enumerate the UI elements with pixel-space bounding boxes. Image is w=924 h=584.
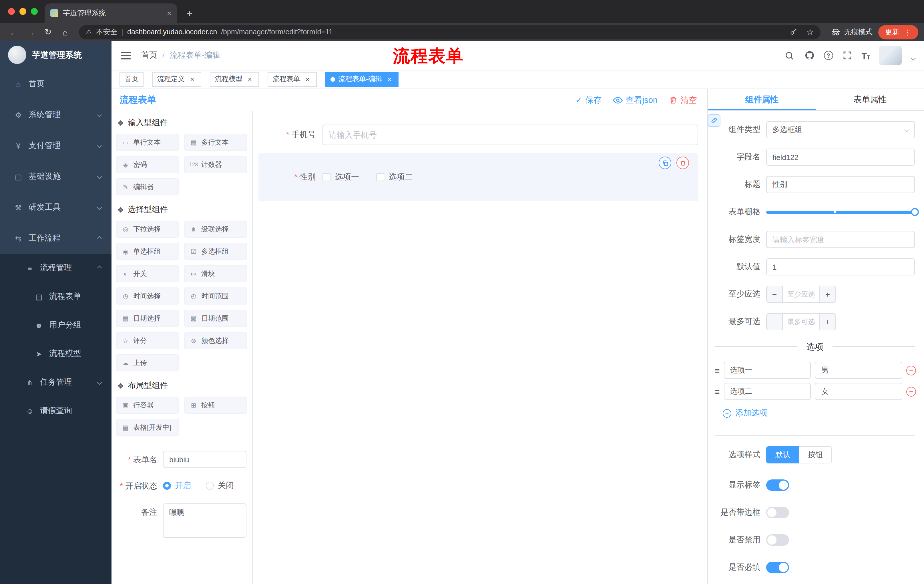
view-json-button[interactable]: 查看json (613, 95, 658, 105)
required-switch[interactable] (766, 562, 789, 573)
browser-tab[interactable]: 芋道管理系统 × (45, 3, 177, 23)
drag-handle-icon[interactable]: ≡ (715, 387, 720, 396)
canvas-field-phone[interactable]: 手机号 (259, 125, 698, 145)
add-option-button[interactable]: + 添加选项 (723, 408, 924, 418)
breadcrumb-home[interactable]: 首页 (141, 50, 157, 61)
phone-input[interactable] (322, 125, 698, 145)
palette-item-color-picker[interactable]: ⊚颜色选择 (184, 332, 247, 349)
reload-button[interactable]: ↻ (40, 27, 56, 37)
title-input[interactable] (766, 176, 915, 193)
palette-item-button[interactable]: ⊞按钮 (184, 396, 247, 414)
sidebar-item-leave-query[interactable]: ☺ 请假查询 (0, 396, 112, 425)
palette-item-select[interactable]: ◎下拉选择 (116, 220, 179, 238)
new-tab-button[interactable]: + (186, 8, 192, 19)
security-label[interactable]: 不安全 (96, 27, 117, 37)
palette-item-single-text[interactable]: ▭单行文本 (116, 134, 179, 151)
sidebar-item-process-model[interactable]: ➤ 流程模型 (0, 339, 112, 368)
link-icon[interactable] (708, 114, 721, 127)
canvas-field-gender[interactable]: 性别 选项一 选项二 (259, 153, 698, 201)
tag-process-form[interactable]: 流程表单 × (267, 72, 317, 87)
help-icon[interactable]: ? (823, 51, 833, 60)
back-button[interactable]: ← (6, 27, 22, 37)
palette-item-date-range[interactable]: ▩日期范围 (184, 310, 247, 327)
palette-item-counter[interactable]: 123计数器 (184, 156, 247, 173)
min-select-stepper[interactable]: − + (766, 286, 836, 303)
palette-item-table[interactable]: ▦表格[开发中] (116, 419, 179, 436)
slider-handle[interactable] (911, 208, 919, 216)
font-size-icon[interactable]: TT (861, 51, 870, 60)
palette-item-rate[interactable]: ☆评分 (116, 332, 179, 349)
user-avatar[interactable] (879, 46, 902, 65)
fullscreen-icon[interactable] (842, 50, 853, 61)
remark-textarea[interactable]: 嘿嘿 (163, 503, 246, 538)
sidebar-item-home[interactable]: ⌂ 首页 (0, 69, 112, 99)
tag-close-icon[interactable]: × (188, 75, 196, 83)
zoom-window-button[interactable] (31, 8, 38, 15)
component-type-select[interactable]: 多选框组 (766, 121, 915, 138)
grid-slider[interactable] (766, 204, 915, 220)
tag-process-form-edit[interactable]: 流程表单-编辑 × (325, 72, 399, 87)
browser-home-button[interactable]: ⌂ (57, 27, 73, 37)
duplicate-field-button[interactable] (659, 156, 671, 169)
gender-option-1[interactable]: 选项一 (322, 172, 359, 182)
tag-close-icon[interactable]: × (246, 75, 254, 83)
github-icon[interactable] (804, 50, 815, 61)
palette-item-password[interactable]: ◈密码 (116, 156, 179, 173)
max-select-stepper[interactable]: − + (766, 313, 836, 330)
increment-button[interactable]: + (819, 286, 835, 302)
gender-option-2[interactable]: 选项二 (376, 172, 413, 182)
checkbox-icon[interactable] (376, 173, 384, 181)
default-value-input[interactable] (766, 258, 915, 275)
sidebar-item-process-form[interactable]: ▤ 流程表单 (0, 282, 112, 311)
form-name-input[interactable] (163, 451, 246, 468)
palette-item-date-picker[interactable]: ▦日期选择 (116, 310, 179, 327)
browser-menu-dots-icon[interactable]: ⋮ (904, 28, 911, 36)
field-name-input[interactable] (766, 148, 915, 166)
border-switch[interactable] (766, 507, 789, 518)
tag-home[interactable]: 首页 (119, 72, 144, 87)
minimize-window-button[interactable] (20, 8, 26, 15)
sidebar-item-task-mgmt[interactable]: ⋔ 任务管理 (0, 368, 112, 396)
checkbox-icon[interactable] (322, 173, 330, 181)
sidebar-item-workflow[interactable]: ⇆ 工作流程 (0, 223, 112, 254)
tab-component-props[interactable]: 组件属性 (708, 89, 816, 110)
sidebar-item-process-mgmt[interactable]: ≡ 流程管理 (0, 254, 112, 282)
update-browser-button[interactable]: 更新 ⋮ (878, 25, 918, 39)
tag-process-definition[interactable]: 流程定义 × (152, 72, 201, 87)
remove-option-icon[interactable]: − (906, 365, 916, 375)
remove-option-icon[interactable]: − (906, 387, 916, 396)
sidebar-logo[interactable]: 芋道管理系统 (0, 41, 112, 69)
sidebar-item-payment[interactable]: ¥ 支付管理 (0, 130, 112, 161)
sidebar-item-system[interactable]: ⚙ 系统管理 (0, 99, 112, 130)
palette-item-editor[interactable]: ✎编辑器 (116, 178, 179, 196)
option-2-value-input[interactable] (815, 383, 902, 400)
drag-handle-icon[interactable]: ≡ (715, 365, 720, 375)
tag-process-model[interactable]: 流程模型 × (210, 72, 259, 87)
option-2-label-input[interactable] (724, 383, 811, 400)
slider-track[interactable] (766, 211, 915, 214)
status-radio-off[interactable]: 关闭 (206, 480, 234, 491)
bookmark-star-icon[interactable]: ☆ (807, 28, 813, 36)
palette-item-radio-group[interactable]: ◉单选框组 (116, 243, 179, 260)
tab-close-icon[interactable]: × (167, 8, 172, 18)
save-button[interactable]: ✓ 保存 (575, 95, 602, 105)
tag-close-icon[interactable]: × (385, 75, 393, 83)
palette-item-multi-text[interactable]: ▤多行文本 (184, 134, 247, 151)
palette-item-time-picker[interactable]: ◷时间选择 (116, 288, 179, 304)
palette-item-cascader[interactable]: ⋔级联选择 (184, 220, 247, 238)
decrement-button[interactable]: − (767, 314, 783, 330)
increment-button[interactable]: + (819, 314, 835, 330)
label-width-input[interactable] (766, 231, 915, 248)
sidebar-item-infra[interactable]: ▢ 基础设施 (0, 161, 112, 192)
option-1-value-input[interactable] (815, 362, 902, 379)
palette-item-switch[interactable]: ◐开关 (116, 265, 179, 282)
password-key-icon[interactable] (788, 26, 800, 38)
sidebar-item-devtools[interactable]: ⚒ 研发工具 (0, 192, 112, 223)
option-1-label-input[interactable] (724, 362, 811, 379)
status-radio-on[interactable]: 开启 (163, 480, 191, 491)
palette-item-upload[interactable]: ☁上传 (116, 354, 179, 372)
palette-item-slider[interactable]: ↦滑块 (184, 265, 247, 282)
decrement-button[interactable]: − (767, 286, 783, 302)
palette-item-checkbox-group[interactable]: ☑多选框组 (184, 243, 247, 260)
max-select-input[interactable] (783, 314, 819, 330)
